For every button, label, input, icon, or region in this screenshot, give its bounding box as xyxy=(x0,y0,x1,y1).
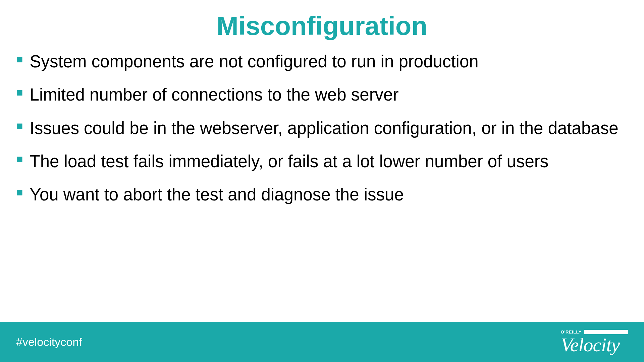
bullet-item: ■ You want to abort the test and diagnos… xyxy=(16,184,624,205)
bullet-text: You want to abort the test and diagnose … xyxy=(30,184,404,205)
bullet-text: The load test fails immediately, or fail… xyxy=(30,150,549,172)
bullet-marker-icon: ■ xyxy=(16,120,23,131)
oreilly-bar-icon xyxy=(584,330,628,334)
slide-title: Misconfiguration xyxy=(0,0,644,51)
slide-footer: #velocityconf O'REILLY Velocity xyxy=(0,322,644,362)
velocity-wordmark: Velocity xyxy=(561,335,620,355)
bullet-marker-icon: ■ xyxy=(16,186,23,198)
bullet-marker-icon: ■ xyxy=(16,53,23,65)
velocity-logo: O'REILLY Velocity xyxy=(561,329,628,355)
bullet-marker-icon: ■ xyxy=(16,86,23,98)
hashtag: #velocityconf xyxy=(16,336,82,349)
bullet-item: ■ System components are not configured t… xyxy=(16,51,624,72)
slide-content: ■ System components are not configured t… xyxy=(0,51,644,205)
bullet-text: Issues could be in the webserver, applic… xyxy=(30,117,619,139)
bullet-marker-icon: ■ xyxy=(16,153,23,165)
bullet-text: Limited number of connections to the web… xyxy=(30,84,399,106)
bullet-item: ■ Issues could be in the webserver, appl… xyxy=(16,117,624,139)
bullet-item: ■ The load test fails immediately, or fa… xyxy=(16,150,624,172)
bullet-item: ■ Limited number of connections to the w… xyxy=(16,84,624,106)
bullet-text: System components are not configured to … xyxy=(30,51,479,72)
